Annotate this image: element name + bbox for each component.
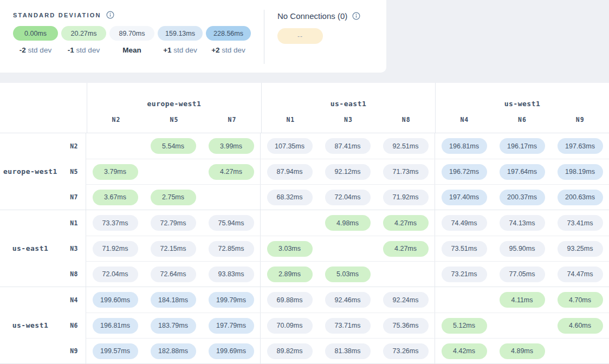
latency-pill: 5.12ms bbox=[442, 318, 487, 334]
column-group-header: us-east1N1N3N8 bbox=[261, 83, 435, 133]
row-group-rows: N4199.60ms184.18ms199.79ms69.88ms92.46ms… bbox=[61, 287, 609, 363]
legend-pills: 0.00ms20.27ms89.70ms159.13ms228.56ms bbox=[13, 26, 251, 41]
latency-pill: 69.88ms bbox=[267, 292, 313, 308]
latency-pill: 92.51ms bbox=[383, 138, 429, 154]
latency-pill: 3.79ms bbox=[93, 164, 138, 180]
latency-pill: 73.71ms bbox=[325, 318, 371, 334]
latency-cell: 75.36ms bbox=[377, 313, 435, 338]
legend-title: STANDARD DEVIATION bbox=[13, 12, 101, 18]
legend-pill: 228.56ms bbox=[206, 26, 251, 41]
latency-cell: 70.09ms bbox=[260, 313, 319, 338]
latency-pill: 95.90ms bbox=[500, 241, 545, 257]
row-region-label: us-west1 bbox=[0, 287, 61, 363]
no-connections-legend: No Connections (0) -- bbox=[264, 0, 360, 73]
latency-pill: 197.40ms bbox=[442, 190, 487, 205]
latency-pill: 4.11ms bbox=[500, 292, 545, 308]
matrix-row-cells: 72.04ms72.64ms93.83ms2.89ms5.03ms73.21ms… bbox=[86, 261, 609, 287]
info-icon[interactable] bbox=[352, 12, 360, 20]
latency-pill: 2.89ms bbox=[267, 266, 313, 282]
row-region-label: us-east1 bbox=[0, 210, 61, 287]
latency-cell bbox=[551, 339, 609, 363]
latency-cell: 95.90ms bbox=[493, 236, 551, 261]
latency-pill: 87.94ms bbox=[267, 164, 313, 180]
row-node-label: N7 bbox=[61, 184, 86, 210]
latency-pill: 71.92ms bbox=[383, 190, 429, 205]
latency-cell: 72.04ms bbox=[319, 185, 377, 210]
info-icon[interactable] bbox=[106, 11, 114, 19]
legend-pill-label: +1 std dev bbox=[158, 46, 203, 54]
latency-cell: 4.11ms bbox=[493, 287, 551, 313]
latency-pill: 184.18ms bbox=[151, 292, 196, 308]
latency-pill: 183.79ms bbox=[151, 318, 196, 334]
legend-pill: 20.27ms bbox=[61, 26, 106, 41]
column-group-header: us-west1N4N6N9 bbox=[435, 83, 609, 133]
latency-pill: 4.27ms bbox=[383, 241, 429, 257]
latency-cell: 196.81ms bbox=[86, 313, 144, 338]
latency-pill: 4.98ms bbox=[325, 215, 371, 231]
latency-cell: 74.13ms bbox=[493, 210, 551, 236]
matrix-row-cells: 71.92ms72.15ms72.85ms3.03ms4.27ms73.51ms… bbox=[86, 236, 609, 261]
latency-cell: 92.46ms bbox=[319, 287, 377, 313]
row-node-label: N8 bbox=[61, 261, 86, 287]
matrix-header: europe-west1N2N5N7us-east1N1N3N8us-west1… bbox=[0, 83, 609, 133]
legend-panel: STANDARD DEVIATION 0.00ms20.27ms89.70ms1… bbox=[0, 0, 386, 73]
latency-cell: 199.69ms bbox=[202, 339, 260, 363]
latency-pill: 72.64ms bbox=[151, 266, 196, 282]
column-region-label: us-east1 bbox=[262, 100, 435, 108]
matrix-row-cells: 196.81ms183.79ms197.79ms70.09ms73.71ms75… bbox=[86, 313, 609, 338]
matrix-row: N9199.57ms182.88ms199.69ms89.82ms81.38ms… bbox=[61, 338, 609, 363]
column-node-label: N8 bbox=[377, 116, 435, 123]
latency-cell: 200.63ms bbox=[551, 185, 609, 210]
latency-cell: 72.04ms bbox=[86, 262, 144, 287]
latency-pill: 197.63ms bbox=[558, 138, 603, 154]
column-node-label: N2 bbox=[87, 116, 145, 123]
matrix-row: N173.37ms72.79ms75.94ms4.98ms4.27ms74.49… bbox=[61, 210, 609, 236]
row-node-label: N5 bbox=[61, 159, 86, 184]
matrix-row-cells: 3.67ms2.75ms68.32ms72.04ms71.92ms197.40m… bbox=[86, 184, 609, 210]
latency-cell: 5.12ms bbox=[435, 313, 493, 338]
latency-cell: 74.47ms bbox=[551, 262, 609, 287]
latency-pill: 74.13ms bbox=[500, 215, 545, 231]
latency-cell: 5.54ms bbox=[144, 133, 202, 159]
latency-cell: 69.88ms bbox=[260, 287, 319, 313]
matrix-corner bbox=[0, 83, 87, 133]
latency-pill: 92.46ms bbox=[325, 292, 371, 308]
latency-cell: 77.05ms bbox=[493, 262, 551, 287]
column-node-label: N7 bbox=[203, 116, 261, 123]
latency-cell: 73.51ms bbox=[435, 236, 493, 261]
latency-pill: 5.03ms bbox=[325, 266, 371, 282]
column-node-label: N9 bbox=[551, 116, 609, 123]
latency-pill: 4.27ms bbox=[209, 164, 254, 180]
latency-cell: 196.72ms bbox=[435, 159, 493, 184]
latency-pill: 74.47ms bbox=[558, 266, 603, 282]
row-group-rows: N25.54ms3.99ms107.35ms87.41ms92.51ms196.… bbox=[61, 133, 609, 210]
latency-cell: 73.26ms bbox=[377, 339, 435, 363]
column-node-label: N6 bbox=[494, 116, 552, 123]
latency-cell: 200.37ms bbox=[493, 185, 551, 210]
latency-cell: 4.60ms bbox=[551, 313, 609, 338]
matrix-row-cells: 199.57ms182.88ms199.69ms89.82ms81.38ms73… bbox=[86, 338, 609, 363]
latency-cell: 92.24ms bbox=[377, 287, 435, 313]
latency-pill: 199.60ms bbox=[93, 292, 138, 308]
latency-cell: 197.64ms bbox=[493, 159, 551, 184]
latency-cell: 68.32ms bbox=[260, 185, 319, 210]
latency-cell: 2.89ms bbox=[260, 262, 319, 287]
column-node-label: N1 bbox=[262, 116, 320, 123]
latency-cell: 4.98ms bbox=[319, 210, 377, 236]
latency-pill: 4.60ms bbox=[558, 318, 603, 334]
latency-pill: 68.32ms bbox=[267, 190, 313, 205]
latency-cell: 197.63ms bbox=[551, 133, 609, 159]
latency-cell: 74.49ms bbox=[435, 210, 493, 236]
latency-cell: 182.88ms bbox=[144, 339, 202, 363]
matrix-row: N371.92ms72.15ms72.85ms3.03ms4.27ms73.51… bbox=[61, 236, 609, 261]
no-connections-pill: -- bbox=[277, 28, 323, 44]
latency-pill: 93.25ms bbox=[558, 241, 603, 257]
latency-cell: 4.70ms bbox=[551, 287, 609, 313]
latency-pill: 71.73ms bbox=[383, 164, 429, 180]
column-node-row: N2N5N7 bbox=[87, 116, 261, 123]
row-node-label: N2 bbox=[61, 133, 86, 159]
latency-cell bbox=[377, 262, 435, 287]
latency-pill: 4.42ms bbox=[442, 343, 487, 359]
latency-cell: 81.38ms bbox=[319, 339, 377, 363]
latency-cell: 73.37ms bbox=[86, 210, 144, 236]
